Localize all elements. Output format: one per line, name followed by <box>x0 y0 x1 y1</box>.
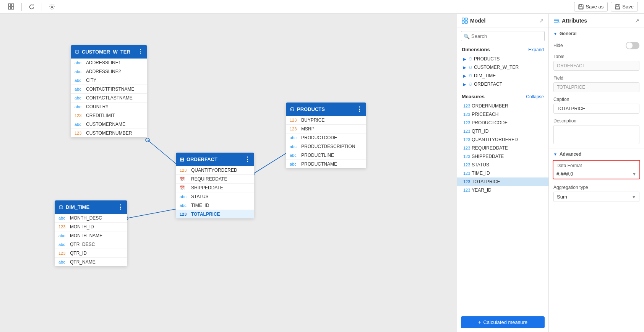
measure-status[interactable]: 123STATUS <box>457 161 548 169</box>
table-row[interactable]: 123QTR_ID <box>55 249 127 258</box>
table-row[interactable]: abcPRODUCTDESCRIPTION <box>286 142 366 151</box>
data-format-chevron: ▼ <box>632 172 636 176</box>
description-row: Description <box>549 116 644 148</box>
table-row[interactable]: 123CREDITLIMIT <box>71 111 147 120</box>
description-textarea[interactable] <box>553 125 639 144</box>
aggregation-select[interactable]: Sum ▼ <box>553 192 639 202</box>
measure-qtr-id[interactable]: 123QTR_ID <box>457 127 548 135</box>
orderfact-card[interactable]: ⊞ ORDERFACT ⋮ 123QUANTITYORDERED 📅REQUIR… <box>176 153 254 218</box>
model-title: Model <box>470 18 485 24</box>
measures-header: Measures Collapse <box>457 91 548 102</box>
data-format-select[interactable]: #,###.0 ▼ <box>553 169 639 179</box>
measure-priceeach[interactable]: 123PRICEEACH <box>457 110 548 119</box>
hide-label: Hide <box>553 43 563 48</box>
measures-label: Measures <box>462 94 485 99</box>
table-row[interactable]: abcSTATUS <box>176 192 254 201</box>
dim-orderfact[interactable]: ▶ ⚇ ORDERFACT <box>457 80 548 88</box>
settings-icon[interactable] <box>47 2 57 12</box>
search-box: 🔍 <box>461 31 545 41</box>
products-fields: 123BUYPRICE 123MSRP abcPRODUCTCODE abcPR… <box>286 116 366 168</box>
products-header: ⚇ PRODUCTS ⋮ <box>286 103 366 116</box>
table-row[interactable]: abcMONTH_NAME <box>55 231 127 240</box>
grid-icon[interactable] <box>6 2 17 12</box>
caption-input[interactable] <box>553 104 639 114</box>
save-as-button[interactable]: Save as <box>574 2 608 11</box>
model-collapse-btn[interactable]: ↗ <box>539 18 544 24</box>
measure-quantityordered[interactable]: 123QUANTITYORDERED <box>457 135 548 144</box>
table-row[interactable]: 123QUANTITYORDERED <box>176 166 254 175</box>
svg-rect-17 <box>462 18 464 20</box>
dim-products[interactable]: ▶ ⚇ PRODUCTS <box>457 55 548 63</box>
table-row[interactable]: abcCOUNTRY <box>71 103 147 111</box>
measure-shippeddate[interactable]: 123SHIPPEDDATE <box>457 152 548 161</box>
measure-ordernumber[interactable]: 123ORDERNUMBER <box>457 102 548 110</box>
products-card[interactable]: ⚇ PRODUCTS ⋮ 123BUYPRICE 123MSRP abcPROD… <box>286 103 366 168</box>
measure-time-id[interactable]: 123TIME_ID <box>457 169 548 177</box>
hide-row: Hide <box>549 39 644 52</box>
table-row[interactable]: 123CUSTOMERNUMBER <box>71 129 147 137</box>
measure-requireddate[interactable]: 123REQUIREDDATE <box>457 144 548 152</box>
search-input[interactable] <box>461 31 545 41</box>
data-format-label: Data Format <box>553 161 639 169</box>
attributes-collapse-btn[interactable]: ↗ <box>635 18 639 24</box>
customer-title: CUSTOMER_W_TER <box>82 49 130 55</box>
table-row[interactable]: abcADDRESSLINE1 <box>71 59 147 67</box>
general-label: General <box>560 31 577 36</box>
table-row[interactable]: abcQTR_DESC <box>55 240 127 249</box>
main-content: ⚇ CUSTOMER_W_TER ⋮ abcADDRESSLINE1 abcAD… <box>0 14 644 332</box>
orderfact-menu[interactable]: ⋮ <box>244 156 250 163</box>
table-row[interactable]: 123MONTH_ID <box>55 223 127 231</box>
svg-rect-7 <box>579 7 583 9</box>
svg-rect-2 <box>8 7 11 9</box>
refresh-icon[interactable] <box>26 2 37 12</box>
dim-time-menu[interactable]: ⋮ <box>117 203 123 211</box>
customer-menu[interactable]: ⋮ <box>137 48 143 55</box>
attributes-panel: Attributes ↗ ▼ General Hide Table ORDERF… <box>549 14 644 332</box>
save-button[interactable]: Save <box>611 2 638 11</box>
dim-time-card[interactable]: ⚇ DIM_TIME ⋮ abcMONTH_DESC 123MONTH_ID a… <box>55 200 127 266</box>
table-row[interactable]: abcCONTACTFIRSTNAME <box>71 85 147 94</box>
table-row[interactable]: abcTIME_ID <box>176 201 254 210</box>
table-row[interactable]: abcMONTH_DESC <box>55 214 127 223</box>
measures-collapse[interactable]: Collapse <box>526 94 544 99</box>
table-row[interactable]: abcQTR_NAME <box>55 258 127 266</box>
table-row[interactable]: abcPRODUCTNAME <box>286 160 366 168</box>
table-row[interactable]: abcCITY <box>71 76 147 85</box>
table-row[interactable]: 📅SHIPPEDDATE <box>176 184 254 192</box>
attributes-panel-header: Attributes ↗ <box>549 14 644 28</box>
advanced-label: Advanced <box>560 151 581 157</box>
data-format-box: Data Format #,###.0 ▼ <box>553 160 640 179</box>
search-icon: 🔍 <box>464 33 470 39</box>
svg-point-4 <box>51 6 53 8</box>
table-row[interactable]: 123BUYPRICE <box>286 116 366 125</box>
caption-label: Caption <box>553 97 639 102</box>
dim-customer[interactable]: ▶ ⚇ CUSTOMER_W_TER <box>457 63 548 72</box>
table-row[interactable]: abcADDRESSLINE2 <box>71 67 147 76</box>
dim-time[interactable]: ▶ ⚇ DIM_TIME <box>457 72 548 80</box>
table-row[interactable]: abcPRODUCTLINE <box>286 151 366 160</box>
canvas-area[interactable]: ⚇ CUSTOMER_W_TER ⋮ abcADDRESSLINE1 abcAD… <box>0 14 457 332</box>
dim-time-header: ⚇ DIM_TIME ⋮ <box>55 200 127 214</box>
save-as-label: Save as <box>586 4 603 10</box>
table-row[interactable]: 📅REQUIREDDATE <box>176 175 254 184</box>
model-panel: Model ↗ 🔍 Dimensions Expand ▶ ⚇ PRODUCTS <box>457 14 549 332</box>
divider-2 <box>42 3 42 11</box>
model-icon <box>462 18 468 24</box>
table-row[interactable]: abcCONTACTLASTNAME <box>71 94 147 103</box>
table-row[interactable]: 123MSRP <box>286 125 366 133</box>
measure-year-id[interactable]: 123YEAR_ID <box>457 186 548 194</box>
measure-productcode[interactable]: 123PRODUCTCODE <box>457 119 548 127</box>
table-row[interactable]: abcPRODUCTCODE <box>286 133 366 142</box>
customer-w-ter-card[interactable]: ⚇ CUSTOMER_W_TER ⋮ abcADDRESSLINE1 abcAD… <box>71 45 147 137</box>
table-row[interactable]: abcCUSTOMERNAME <box>71 120 147 129</box>
table-row[interactable]: 123TOTALPRICE <box>176 210 254 218</box>
field-label: Field <box>553 75 639 81</box>
measure-totalprice[interactable]: 123TOTALPRICE <box>457 177 548 186</box>
products-menu[interactable]: ⋮ <box>356 106 362 113</box>
right-panels: Model ↗ 🔍 Dimensions Expand ▶ ⚇ PRODUCTS <box>457 14 644 332</box>
calculated-measure-button[interactable]: + Calculated measure <box>461 316 545 328</box>
dimensions-expand[interactable]: Expand <box>528 47 544 52</box>
svg-rect-18 <box>465 18 467 20</box>
hide-toggle[interactable] <box>626 42 639 49</box>
svg-line-15 <box>252 151 289 174</box>
